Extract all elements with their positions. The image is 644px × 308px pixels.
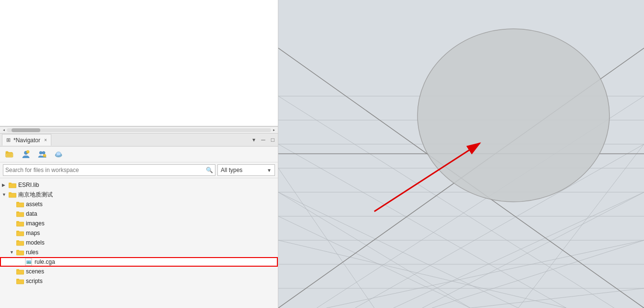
tab-restore-btn[interactable]: ─ [260, 136, 267, 144]
tree-item-maps[interactable]: maps [0, 228, 278, 238]
scroll-track[interactable] [7, 128, 271, 132]
scroll-right-arrow[interactable]: ▸ [271, 128, 277, 132]
folder-icon-nanjing [9, 191, 16, 198]
folder-icon-models [16, 239, 24, 246]
folder-icon-scripts [16, 278, 24, 284]
tree-item-scenes[interactable]: scenes [0, 267, 278, 276]
navigator-tab-icon: ⊞ [6, 137, 11, 143]
navigator-tab-close[interactable]: × [44, 137, 47, 143]
tree-label-assets: assets [26, 201, 43, 208]
svg-rect-27 [16, 232, 24, 236]
tree-item-assets[interactable]: assets [0, 199, 278, 209]
svg-rect-25 [16, 222, 24, 226]
tree-label-maps: maps [26, 230, 40, 236]
cga-file-icon-rulecga [25, 258, 33, 266]
tab-controls: ▾ ─ □ [251, 136, 276, 144]
left-panel: ◂ ▸ ⊞ *Navigator × ▾ ─ □ [0, 0, 278, 308]
tree-label-esrilib: ESRI.lib [18, 182, 39, 188]
tree-label-scenes: scenes [26, 268, 44, 275]
type-dropdown[interactable]: All types ▼ [217, 164, 275, 176]
svg-rect-17 [9, 184, 16, 188]
scroll-thumb[interactable] [12, 128, 40, 132]
svg-rect-4 [7, 156, 12, 157]
open-folder-button[interactable] [3, 148, 16, 160]
folder-icon-scenes [16, 268, 24, 275]
tree-label-rules: rules [26, 249, 38, 256]
tree-item-models[interactable]: models [0, 238, 278, 247]
tree-label-data: data [26, 210, 37, 217]
svg-rect-2 [6, 153, 13, 157]
tree-label-nanjing: 南京地质测试 [18, 191, 53, 199]
main-layout: ◂ ▸ ⊞ *Navigator × ▾ ─ □ [0, 0, 644, 308]
folder-icon-rules [16, 249, 24, 256]
viewport-grid [278, 0, 644, 308]
type-dropdown-label: All types [221, 167, 242, 173]
navigator-tab-label: *Navigator [13, 137, 40, 144]
svg-point-8 [39, 151, 42, 154]
svg-rect-23 [16, 212, 24, 217]
search-input[interactable] [5, 167, 204, 173]
tree-arrow-nanjing[interactable]: ▼ [2, 192, 8, 197]
search-icon: 🔍 [206, 167, 213, 173]
tree-item-images[interactable]: images [0, 219, 278, 228]
tree-arrow-esrilib[interactable]: ▶ [2, 183, 8, 187]
tree-item-rules[interactable]: ▼rules [0, 247, 278, 257]
tab-minimize-btn[interactable]: ▾ [251, 136, 257, 144]
tree-arrow-rules[interactable]: ▼ [10, 250, 15, 255]
folder-icon-data [16, 210, 24, 217]
folder-icon-esrilib [9, 182, 16, 188]
search-input-wrapper[interactable]: 🔍 [3, 164, 215, 176]
folder-icon-assets [16, 201, 24, 208]
navigator-tab[interactable]: ⊞ *Navigator × [2, 134, 51, 146]
tree-item-rulecga[interactable]: rule.cga [0, 257, 278, 267]
svg-rect-21 [16, 203, 24, 207]
svg-rect-31 [16, 251, 24, 255]
tree-label-scripts: scripts [26, 278, 43, 284]
file-tree: ▶ESRI.lib▼南京地质测试assetsdataimagesmapsmode… [0, 178, 278, 308]
navigator-toolbar: + + [0, 147, 278, 162]
svg-rect-19 [9, 193, 16, 197]
search-bar: 🔍 All types ▼ [0, 162, 278, 178]
tree-label-rulecga: rule.cga [35, 259, 55, 265]
tree-item-esrilib[interactable]: ▶ESRI.lib [0, 180, 278, 190]
scroll-left-arrow[interactable]: ◂ [1, 128, 7, 132]
svg-point-9 [42, 151, 45, 154]
viewport[interactable] [278, 0, 644, 308]
user-button[interactable]: + [19, 148, 33, 160]
dropdown-arrow-icon: ▼ [267, 168, 272, 173]
svg-rect-39 [16, 280, 24, 284]
tree-label-models: models [26, 239, 45, 246]
svg-rect-1 [6, 151, 8, 153]
svg-rect-37 [16, 270, 24, 274]
cloud-button[interactable] [52, 148, 65, 160]
folder-icon-maps [16, 230, 24, 236]
tree-item-scripts[interactable]: scripts [0, 276, 278, 286]
group-button[interactable]: + [36, 148, 49, 160]
tree-item-data[interactable]: data [0, 209, 278, 219]
tab-maximize-btn[interactable]: □ [270, 136, 276, 144]
folder-icon-images [16, 220, 24, 227]
svg-rect-29 [16, 241, 24, 246]
svg-point-70 [417, 29, 609, 202]
tree-item-nanjing[interactable]: ▼南京地质测试 [0, 190, 278, 199]
editor-area [0, 0, 278, 126]
tree-label-images: images [26, 220, 45, 227]
horizontal-scrollbar[interactable]: ◂ ▸ [0, 126, 278, 133]
navigator-tab-bar: ⊞ *Navigator × ▾ ─ □ [0, 133, 278, 147]
svg-rect-3 [7, 154, 12, 155]
svg-point-15 [56, 152, 61, 156]
